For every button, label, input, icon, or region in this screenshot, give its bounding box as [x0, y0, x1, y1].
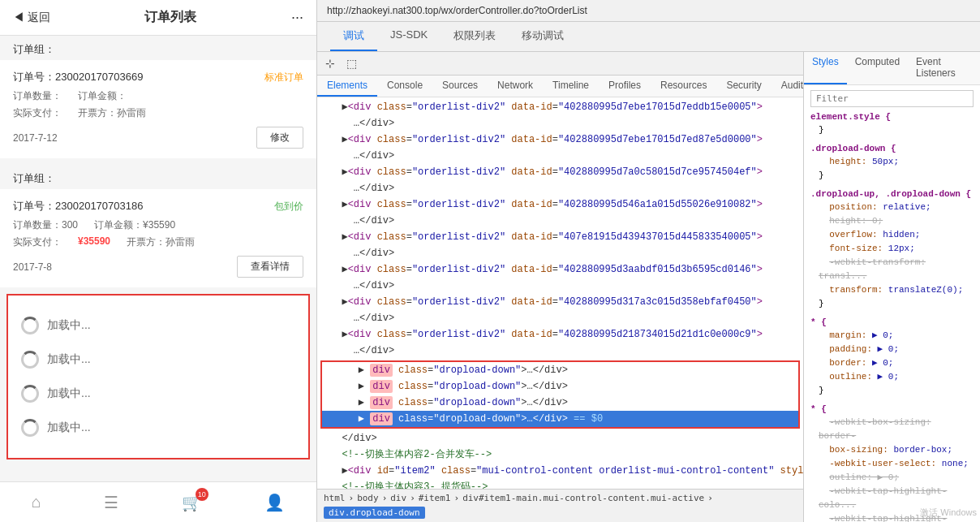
breadcrumb-sep-4: ›: [454, 493, 460, 503]
tab-jssdk[interactable]: JS-SDK: [377, 22, 441, 51]
page-title: 订单列表: [50, 9, 291, 26]
css-selector: * {: [810, 404, 974, 414]
loading-area: 加载中... 加载中... 加载中... 加载中...: [6, 294, 310, 459]
html-line[interactable]: …</div>: [317, 115, 803, 132]
order-action-btn-2[interactable]: 查看详情: [237, 256, 303, 278]
html-line[interactable]: ▶<div class="orderlist-div2" data-id="40…: [317, 164, 803, 180]
cart-badge: 10: [196, 488, 208, 501]
html-line[interactable]: ▶<div id="item2" class="mui-control-cont…: [317, 463, 803, 479]
inspect-icon[interactable]: ⬚: [342, 54, 361, 73]
subtab-security[interactable]: Security: [716, 75, 771, 97]
url-bar: http://zhaokeyi.nat300.top/wx/orderContr…: [317, 0, 980, 22]
subtab-resources[interactable]: Resources: [651, 75, 716, 97]
subtab-elements[interactable]: Elements: [317, 75, 377, 97]
css-rule-dropload-both: .dropload-up, .dropload-down { position:…: [810, 189, 974, 311]
order-date-1: 2017-7-12: [13, 132, 58, 144]
elements-sub-tabs: Elements Console Sources Network Timelin…: [317, 75, 803, 97]
html-line[interactable]: </div>: [317, 430, 803, 447]
html-line[interactable]: …</div>: [317, 310, 803, 326]
subtab-profiles[interactable]: Profiles: [599, 75, 651, 97]
breadcrumb-div[interactable]: div: [390, 493, 406, 503]
left-header: ◀ 返回 订单列表 ···: [0, 0, 316, 36]
order-group-1-label: 订单组：: [0, 36, 316, 60]
dropload-line-2[interactable]: ▶ div class="dropload-down">…</div>: [322, 378, 798, 395]
html-line[interactable]: …</div>: [317, 148, 803, 164]
breadcrumb-main[interactable]: div#item1-main.mui-control-content.mui-a…: [462, 493, 704, 503]
loading-label-4: 加载中...: [47, 421, 91, 435]
loading-item-3: 加载中...: [21, 377, 295, 411]
windows-watermark: 激活 Windows: [920, 507, 977, 519]
order-tag-1: 标准订单: [264, 71, 303, 84]
html-line[interactable]: ▶<div class="orderlist-div2" data-id="40…: [317, 326, 803, 343]
tab-permissions[interactable]: 权限列表: [441, 22, 509, 51]
subtab-network[interactable]: Network: [488, 75, 543, 97]
html-line[interactable]: ▶<div class="orderlist-div2" data-id="40…: [317, 229, 803, 245]
home-icon: ⌂: [32, 493, 41, 511]
back-button[interactable]: ◀ 返回: [13, 11, 50, 25]
subtab-console[interactable]: Console: [377, 75, 432, 97]
nav-home[interactable]: ⌂: [32, 493, 41, 511]
css-rule-star-2: * { -webkit-box-sizing: border- box-sizi…: [810, 404, 974, 522]
breadcrumb-html[interactable]: html: [324, 493, 346, 503]
breadcrumb-item1[interactable]: #item1: [419, 493, 451, 503]
highlighted-box: ▶ div class="dropload-down">…</div> ▶ di…: [320, 360, 800, 429]
tab-debug[interactable]: 调试: [330, 22, 377, 51]
order-amount-2: 订单金额：¥35590: [94, 218, 175, 232]
devtools-inner: ⊹ ⬚ Elements Console Sources Network Tim…: [317, 52, 980, 522]
dropload-line-3[interactable]: ▶ div class="dropload-down">…</div>: [322, 395, 798, 411]
list-icon: ☰: [104, 493, 118, 512]
spinner-1: [21, 317, 39, 334]
css-filter-input[interactable]: [810, 90, 974, 107]
more-button[interactable]: ···: [291, 9, 303, 26]
subtab-audits[interactable]: Audits: [772, 75, 804, 97]
html-line[interactable]: …</div>: [317, 343, 803, 359]
html-comment-1: <!--切换主体内容2-合并发车-->: [317, 447, 803, 463]
css-rule-element-style: element.style { }: [810, 112, 974, 137]
styles-tabs: Styles Computed Event Listeners: [804, 52, 980, 85]
html-line[interactable]: …</div>: [317, 245, 803, 261]
html-line[interactable]: ▶<div class="orderlist-div2" data-id="40…: [317, 132, 803, 148]
html-line[interactable]: ▶<div class="orderlist-div2" data-id="40…: [317, 196, 803, 213]
subtab-timeline[interactable]: Timeline: [543, 75, 599, 97]
order-action-btn-1[interactable]: 修改: [256, 127, 303, 149]
loading-item-1: 加载中...: [21, 308, 295, 343]
html-line[interactable]: ▶<div class="orderlist-div2" data-id="40…: [317, 99, 803, 115]
breadcrumb-body[interactable]: body: [357, 493, 379, 503]
order-date-2: 2017-7-8: [13, 261, 52, 273]
html-line[interactable]: ▶<div class="orderlist-div2" data-id="40…: [317, 294, 803, 310]
order-number-1: 订单号：230020170703669: [13, 70, 143, 84]
breadcrumb-sep-5: ›: [707, 493, 713, 503]
order-pay-label-1: 实际支付：: [13, 106, 62, 120]
html-line[interactable]: …</div>: [317, 213, 803, 229]
css-prop-line: padding: ▶ 0;: [819, 343, 974, 356]
tab-mobile[interactable]: 移动调试: [509, 22, 577, 51]
styles-tab-computed[interactable]: Computed: [847, 52, 908, 84]
nav-cart[interactable]: 🛒 10: [182, 493, 202, 512]
order-group-2-label: 订单组：: [0, 165, 316, 189]
cursor-icon[interactable]: ⊹: [320, 54, 340, 73]
elements-toolbar: ⊹ ⬚: [317, 52, 803, 75]
nav-list[interactable]: ☰: [104, 493, 118, 512]
nav-profile[interactable]: 👤: [264, 493, 285, 512]
html-line[interactable]: …</div>: [317, 180, 803, 196]
styles-tab-event-listeners[interactable]: Event Listeners: [908, 52, 980, 84]
order-qty-2: 订单数量：300: [13, 218, 78, 232]
css-selector: element.style {: [810, 112, 974, 122]
html-line[interactable]: ▶<div class="orderlist-div2" data-id="40…: [317, 261, 803, 278]
css-prop-line: height: 0;: [819, 214, 974, 228]
dropload-line-selected[interactable]: ▶ div class="dropload-down">…</div> == $…: [322, 411, 798, 427]
styles-content: element.style { } .dropload-down { heigh…: [804, 85, 980, 522]
subtab-sources[interactable]: Sources: [432, 75, 488, 97]
styles-tab-styles[interactable]: Styles: [804, 52, 847, 84]
css-prop-line: -webkit-box-sizing: border-: [819, 416, 974, 443]
elements-panel: ⊹ ⬚ Elements Console Sources Network Tim…: [317, 52, 804, 522]
css-selector: .dropload-up, .dropload-down {: [810, 189, 974, 199]
html-line[interactable]: …</div>: [317, 278, 803, 294]
loading-item-2: 加载中...: [21, 343, 295, 377]
breadcrumb-active[interactable]: div.dropload-down: [324, 507, 425, 519]
order-list: 订单组： 订单号：230020170703669 标准订单 订单数量： 订单金额…: [0, 36, 316, 481]
css-prop-line: height: 50px;: [819, 155, 974, 169]
html-comment-2: <!--切换主体内容3- 提货码-->: [317, 479, 803, 489]
dropload-line-1[interactable]: ▶ div class="dropload-down">…</div>: [322, 362, 798, 378]
loading-label-3: 加载中...: [47, 386, 91, 401]
